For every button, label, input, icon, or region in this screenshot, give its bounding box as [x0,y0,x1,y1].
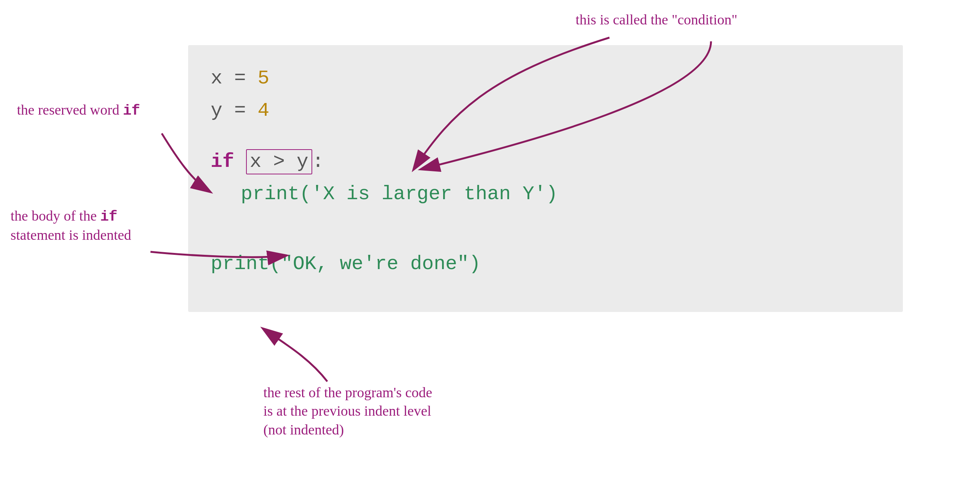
code-line-y: y = 4 [211,96,880,125]
code-line-if: if x > y: [211,147,880,177]
print1-fn: print [241,183,299,205]
val-4: 4 [258,100,269,122]
reserved-word-annotation: the reserved word if [17,101,140,120]
var-x: x [211,67,222,89]
body-annotation: the body of the if statement is indented [11,207,131,245]
print2-arg: ("OK, we're done") [269,253,481,275]
rest-annotation: the rest of the program's code is at the… [263,384,432,439]
equals-1: = [222,67,258,89]
colon: : [312,151,324,173]
code-line-x: x = 5 [211,64,880,93]
var-y: y [211,100,222,122]
condition-box: x > y [246,149,312,174]
print2-fn: print [211,253,269,275]
condition-space [234,151,246,173]
code-block: x = 5 y = 4 if x > y: print('X is larger… [188,45,903,312]
keyword-if: if [211,151,234,173]
val-5: 5 [258,67,269,89]
code-line-print2: print("OK, we're done") [211,250,880,279]
print1-arg: ('X is larger than Y') [299,183,558,205]
condition-annotation: this is called the "condition" [576,11,737,29]
code-line-print1: print('X is larger than Y') [211,180,880,209]
equals-2: = [222,100,258,122]
condition-text: x > y [250,151,309,173]
indent-1 [211,180,241,209]
